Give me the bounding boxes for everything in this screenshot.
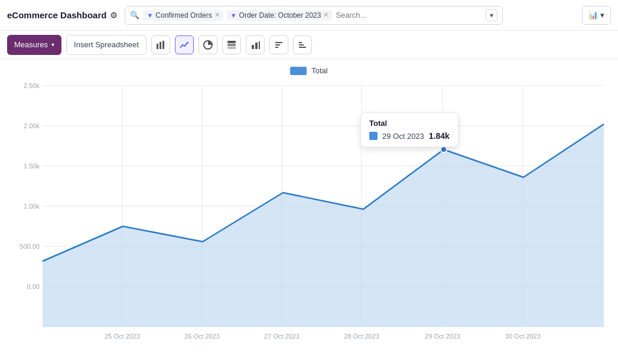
chart-type-line-button[interactable] — [175, 35, 194, 54]
filter-remove-2[interactable]: ✕ — [323, 11, 328, 19]
chart-legend: Total — [7, 66, 611, 75]
svg-text:500.00: 500.00 — [19, 243, 40, 250]
svg-rect-8 — [255, 43, 258, 49]
svg-text:26 Oct 2023: 26 Oct 2023 — [184, 333, 220, 340]
sort-asc-button[interactable] — [269, 35, 288, 54]
line-chart-svg: 2.50k 2.00k 1.50k 1.00k 500.00 0.00 25 O… — [7, 80, 611, 358]
sort-desc-button[interactable] — [293, 35, 312, 54]
chart-type-bar-mini-button[interactable] — [246, 35, 265, 54]
sort-desc-icon — [298, 40, 307, 50]
chart-area: Total 2.50k 2.00k 1.50k 1.00k 500.00 0.0… — [0, 59, 618, 358]
insert-label: Insert Spreadsheet — [74, 40, 139, 49]
filter-chip-order-date: ▼ Order Date: October 2023 ✕ — [227, 10, 333, 21]
filter-icon-2: ▼ — [230, 12, 237, 19]
toolbar: Measures ▾ Insert Spreadsheet — [0, 31, 618, 59]
svg-text:0.00: 0.00 — [27, 283, 40, 290]
filter-label-2: Order Date: October 2023 — [239, 11, 321, 20]
chart-type-pie-button[interactable] — [199, 35, 217, 54]
filter-remove-1[interactable]: ✕ — [214, 11, 220, 19]
search-dropdown-btn[interactable]: ▾ — [486, 9, 497, 21]
svg-rect-0 — [157, 44, 158, 49]
svg-text:25 Oct 2023: 25 Oct 2023 — [105, 333, 140, 340]
svg-rect-1 — [160, 42, 161, 49]
view-type-button[interactable]: 📊 ▾ — [582, 6, 611, 25]
app-title: eCommerce Dashboard ⚙ — [7, 10, 118, 20]
svg-text:1.00k: 1.00k — [24, 203, 40, 210]
bar-mini-icon — [251, 40, 260, 50]
app-title-text: eCommerce Dashboard — [7, 10, 106, 20]
svg-rect-2 — [162, 41, 164, 49]
svg-rect-6 — [227, 47, 236, 49]
chart-view-icon: 📊 — [588, 11, 598, 20]
search-icon: 🔍 — [130, 11, 139, 20]
svg-text:29 Oct 2023: 29 Oct 2023 — [425, 333, 460, 340]
insert-spreadsheet-button[interactable]: Insert Spreadsheet — [66, 35, 147, 55]
legend-color-total — [290, 67, 307, 75]
svg-rect-9 — [259, 41, 260, 49]
svg-text:2.00k: 2.00k — [24, 122, 40, 129]
svg-text:28 Oct 2023: 28 Oct 2023 — [344, 333, 379, 340]
chart-tooltip-dot — [441, 147, 447, 152]
line-chart-icon — [180, 40, 189, 50]
pie-chart-icon — [203, 40, 213, 50]
filter-chip-confirmed-orders: ▼ Confirmed Orders ✕ — [143, 10, 223, 21]
chart-type-bar-button[interactable] — [151, 35, 170, 54]
svg-text:2.50k: 2.50k — [24, 82, 40, 89]
header: eCommerce Dashboard ⚙ 🔍 ▼ Confirmed Orde… — [0, 0, 618, 31]
filter-icon-1: ▼ — [147, 12, 153, 19]
svg-rect-4 — [227, 41, 236, 43]
chart-type-stack-button[interactable] — [222, 35, 241, 54]
measures-caret: ▾ — [51, 41, 54, 48]
gear-icon[interactable]: ⚙ — [110, 11, 118, 20]
search-input[interactable] — [336, 11, 482, 20]
chart-fill-area — [43, 124, 604, 327]
svg-rect-5 — [227, 44, 236, 46]
svg-rect-7 — [252, 45, 254, 49]
legend-label-total: Total — [311, 66, 327, 75]
measures-label: Measures — [14, 40, 48, 49]
sort-asc-icon — [274, 40, 284, 50]
search-bar: 🔍 ▼ Confirmed Orders ✕ ▼ Order Date: Oct… — [125, 6, 503, 25]
bar-chart-icon — [156, 40, 165, 50]
svg-text:1.50k: 1.50k — [24, 162, 40, 170]
svg-text:27 Oct 2023: 27 Oct 2023 — [264, 333, 300, 340]
view-dropdown-arrow: ▾ — [600, 11, 604, 20]
stack-chart-icon — [227, 40, 236, 50]
filter-label-1: Confirmed Orders — [155, 11, 212, 20]
svg-text:30 Oct 2023: 30 Oct 2023 — [505, 333, 541, 340]
measures-button[interactable]: Measures ▾ — [7, 35, 61, 55]
